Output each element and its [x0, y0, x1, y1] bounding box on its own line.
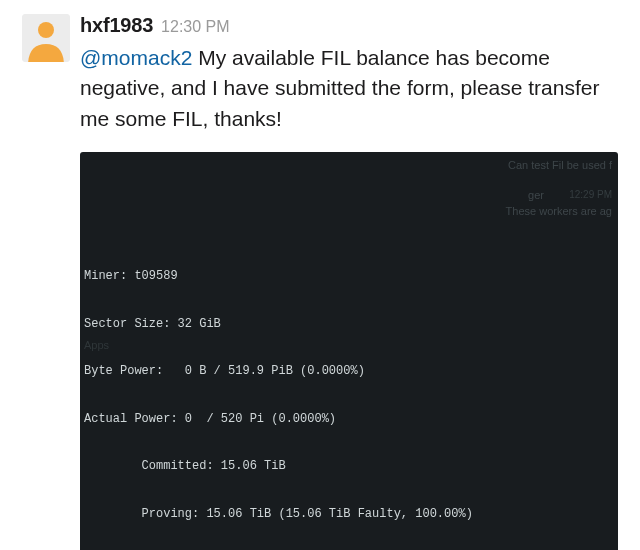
terminal-line: Proving: 15.06 TiB (15.06 TiB Faulty, 10… — [84, 507, 618, 523]
username[interactable]: hxf1983 — [80, 14, 153, 37]
message-body: @momack2 My available FIL balance has be… — [80, 43, 618, 134]
avatar[interactable] — [22, 14, 70, 62]
ghost-text: These workers are ag — [506, 204, 612, 219]
terminal-line: Byte Power: 0 B / 519.9 PiB (0.0000%) — [84, 364, 618, 380]
ghost-text: ger — [528, 188, 544, 203]
message-content: hxf1983 12:30 PM @momack2 My available F… — [80, 14, 618, 550]
terminal-line: Miner: t09589 — [84, 269, 618, 285]
terminal-line: Sector Size: 32 GiB — [84, 317, 618, 333]
timestamp[interactable]: 12:30 PM — [161, 18, 229, 36]
ghost-text: Apps — [84, 338, 109, 353]
svg-point-1 — [38, 22, 54, 38]
ghost-text: Can test Fil be used f — [508, 158, 612, 173]
mention[interactable]: @momack2 — [80, 46, 192, 69]
message-row: hxf1983 12:30 PM @momack2 My available F… — [0, 0, 640, 550]
terminal-line: Committed: 15.06 TiB — [84, 459, 618, 475]
terminal-attachment[interactable]: Can test Fil be used f ger 12:29 PM Thes… — [80, 152, 618, 550]
terminal-line: Actual Power: 0 / 520 Pi (0.0000%) — [84, 412, 618, 428]
message-header: hxf1983 12:30 PM — [80, 14, 618, 37]
avatar-placeholder-icon — [22, 14, 70, 62]
ghost-text: 12:29 PM — [569, 188, 612, 201]
